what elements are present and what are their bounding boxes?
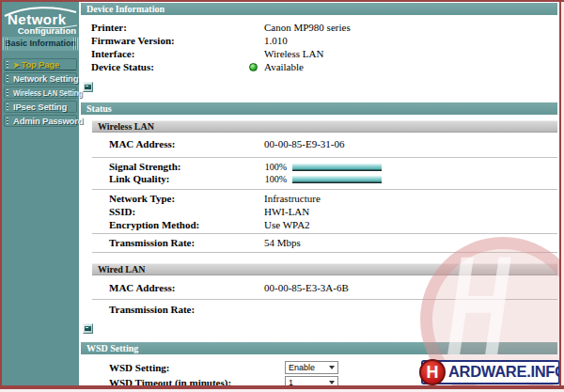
device-status-value: Available xyxy=(264,60,304,73)
link-quality-percent: 100% xyxy=(264,173,287,185)
encryption-method-row: Encryption Method: Use WPA2 xyxy=(81,218,557,231)
divider xyxy=(92,233,557,234)
screenshot-border xyxy=(0,0,2,389)
main-content: Device Information Printer: Canon MP980 … xyxy=(81,2,557,389)
sidebar: Network Configuration Basic Information … xyxy=(2,2,79,385)
wsd-setting-header: WSD Setting xyxy=(81,342,557,354)
signal-strength-percent: 100% xyxy=(264,161,287,173)
wsd-setting-selected-value: Enable xyxy=(289,361,315,374)
screenshot-border xyxy=(0,385,564,389)
ssid-row: SSID: HWI-LAN xyxy=(81,205,557,218)
sidebar-item-wireless-lan-setting[interactable]: Wireless LAN Setting xyxy=(4,86,77,99)
hardware-info-h-icon: H xyxy=(419,359,446,385)
link-quality-row: Link Quality: 100% xyxy=(81,173,557,185)
logo-subtitle: Configuration xyxy=(18,25,76,36)
divider xyxy=(92,299,557,300)
divider xyxy=(92,157,557,158)
network-type-row: Network Type: Infrastructure xyxy=(81,192,557,205)
status-header: Status xyxy=(81,102,557,115)
sidebar-item-ipsec-setting[interactable]: IPsec Setting xyxy=(4,101,77,113)
wireless-transmission-rate-row: Transmission Rate: 54 Mbps xyxy=(81,236,557,249)
device-information-section: Printer: Canon MP980 series Firmware Ver… xyxy=(81,21,557,73)
signal-strength-meter xyxy=(292,164,382,171)
info-row-firmware: Firmware Version: 1.010 xyxy=(81,34,557,47)
wireless-lan-subheader: Wireless LAN xyxy=(92,120,557,133)
wsd-setting-select[interactable]: Enable xyxy=(285,361,338,374)
sidebar-item-top-page[interactable]: ➤Top Page xyxy=(4,58,77,71)
dropdown-arrow-icon xyxy=(329,366,335,369)
wired-transmission-rate-row: Transmission Rate: xyxy=(81,303,557,316)
sidebar-item-admin-password[interactable]: Admin Password xyxy=(4,115,77,127)
network-configuration-logo: Network Configuration xyxy=(2,5,79,37)
page-top-icon xyxy=(85,326,91,331)
info-row-printer: Printer: Canon MP980 series xyxy=(81,21,557,34)
info-row-device-status: Device Status: Available xyxy=(81,60,557,73)
signal-strength-row: Signal Strength: 100% xyxy=(81,161,557,173)
dropdown-arrow-icon xyxy=(329,381,335,384)
wired-lan-subheader: Wired LAN xyxy=(92,263,557,275)
wireless-mac-row: MAC Address: 00-00-85-E9-31-06 xyxy=(81,137,557,150)
printer-config-page: Network Configuration Basic Information … xyxy=(0,0,564,392)
sidebar-item-network-setting[interactable]: Network Setting xyxy=(4,72,77,85)
screenshot-border xyxy=(559,0,561,389)
divider xyxy=(92,252,557,253)
device-information-header: Device Information xyxy=(81,3,557,15)
divider xyxy=(92,189,557,190)
page-top-button[interactable] xyxy=(83,323,93,334)
screenshot-border xyxy=(0,0,564,2)
hardware-info-logo: H ARDWARE.INFO xyxy=(421,360,560,384)
link-quality-meter xyxy=(292,176,382,183)
sidebar-menu: ➤Top Page Network Setting Wireless LAN S… xyxy=(2,58,79,127)
status-available-icon xyxy=(249,63,258,71)
info-row-interface: Interface: Wireless LAN xyxy=(81,47,557,60)
hardware-info-logo-text: ARDWARE.INFO xyxy=(448,363,564,381)
basic-information-header: Basic Information xyxy=(2,37,79,51)
active-arrow-icon: ➤ xyxy=(13,61,20,70)
wired-mac-row: MAC Address: 00-00-85-E3-3A-6B xyxy=(81,281,557,294)
